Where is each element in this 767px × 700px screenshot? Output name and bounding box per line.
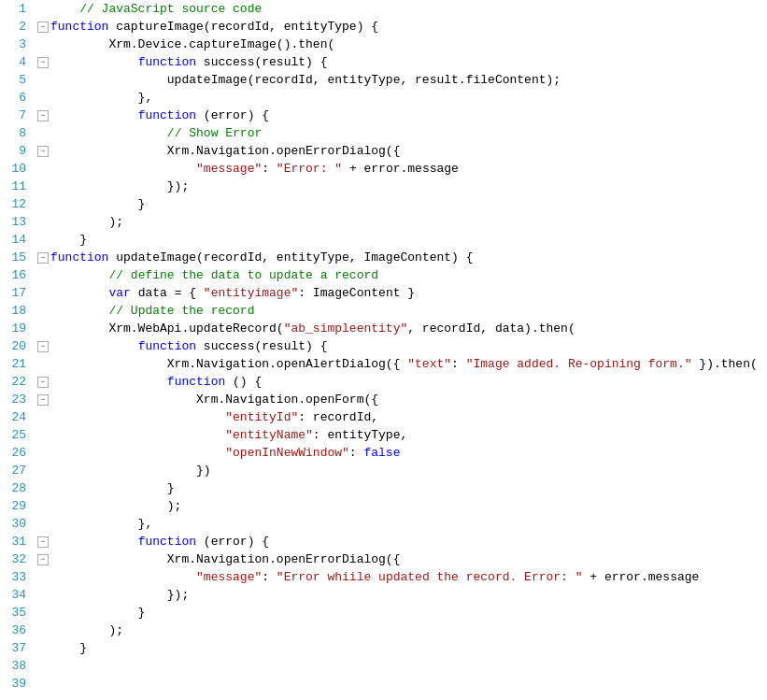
plain-token [50, 55, 138, 69]
plain-token: }); [50, 179, 189, 193]
keyword-token: function [138, 55, 196, 69]
code-line: "message": "Error whiile updated the rec… [37, 568, 767, 586]
code-tokens: ); [50, 213, 767, 231]
code-tokens: // JavaScript source code [50, 0, 767, 18]
code-tokens: function (error) { [50, 533, 767, 550]
plain-token: success(result) { [196, 339, 327, 353]
code-tokens: var data = { "entityimage": ImageContent… [50, 284, 767, 302]
comment-token: // JavaScript source code [50, 2, 262, 16]
code-tokens: }); [50, 586, 767, 604]
plain-token: updateImage(recordId, entityType, ImageC… [108, 250, 473, 264]
code-line: // Show Error [37, 124, 767, 142]
code-line: − function (error) { [37, 533, 767, 550]
plain-token [50, 108, 138, 122]
code-line: var data = { "entityimage": ImageContent… [37, 284, 767, 302]
plain-token [50, 162, 196, 176]
code-tokens: // define the data to update a record [50, 266, 767, 284]
plain-token: + error.message [342, 162, 459, 176]
plain-token: : [262, 570, 277, 584]
code-tokens: Xrm.Navigation.openErrorDialog({ [50, 550, 767, 568]
collapse-button[interactable]: − [37, 21, 49, 33]
collapse-button[interactable]: − [37, 394, 49, 406]
code-tokens: Xrm.Navigation.openAlertDialog({ "text":… [50, 355, 767, 373]
line-number: 11 [7, 178, 26, 195]
code-tokens: Xrm.Device.captureImage().then( [50, 36, 767, 53]
line-number: 27 [7, 462, 26, 479]
code-line: − Xrm.Navigation.openErrorDialog({ [37, 550, 767, 568]
plain-token: () { [225, 375, 262, 389]
string-token: "ab_simpleentity" [284, 321, 408, 336]
line-number: 5 [7, 71, 26, 89]
code-tokens: Xrm.WebApi.updateRecord("ab_simpleentity… [50, 320, 767, 337]
collapse-button[interactable]: − [37, 252, 49, 264]
line-number: 23 [7, 391, 26, 408]
comment-token: // Update the record [108, 304, 254, 318]
plain-token: } [50, 233, 87, 247]
code-editor: 1234567891011121314151617181920212223242… [0, 0, 767, 700]
plain-token [50, 286, 108, 300]
collapse-button[interactable]: − [37, 110, 49, 121]
code-tokens: }); [50, 178, 767, 195]
code-line: − Xrm.Navigation.openForm({ [37, 391, 767, 408]
collapse-button[interactable]: − [37, 536, 49, 548]
line-number: 19 [7, 320, 26, 337]
line-number: 10 [7, 160, 26, 178]
code-tokens: } [50, 195, 767, 213]
keyword-token: function [138, 108, 196, 122]
plain-token [50, 375, 167, 389]
plain-token: , recordId, data).then( [407, 321, 575, 336]
plain-token [50, 428, 225, 442]
code-line: ); [37, 621, 767, 639]
plain-token: } [50, 481, 175, 495]
code-line: "openInNewWindow": false [37, 444, 767, 462]
plain-token: Xrm.WebApi.updateRecord( [50, 321, 284, 336]
line-number: 2 [7, 18, 26, 36]
string-token: "Error whiile updated the record. Error:… [277, 570, 583, 584]
string-token: "text" [407, 357, 451, 371]
plain-token: }, [50, 517, 152, 531]
code-tokens: } [50, 604, 767, 621]
keyword-token: var [108, 286, 130, 300]
plain-token: Xrm.Navigation.openErrorDialog({ [50, 144, 400, 158]
line-number: 17 [7, 284, 26, 302]
collapse-button[interactable]: − [37, 377, 49, 388]
keyword-token: function [167, 375, 225, 389]
line-number: 9 [7, 142, 26, 160]
plain-token [50, 570, 196, 584]
code-line: "entityName": entityType, [37, 426, 767, 444]
line-number: 22 [7, 373, 26, 391]
code-line: "entityId": recordId, [37, 408, 767, 426]
code-line: − function success(result) { [37, 53, 767, 71]
collapse-button[interactable]: − [37, 341, 49, 352]
line-number: 32 [7, 550, 26, 568]
code-line: updateImage(recordId, entityType, result… [37, 71, 767, 89]
plain-token: success(result) { [196, 55, 327, 69]
plain-token [50, 126, 167, 140]
plain-token: : [262, 162, 277, 176]
line-number: 16 [7, 266, 26, 284]
code-line: } [37, 479, 767, 497]
string-token: "Image added. Re-opining form." [466, 357, 692, 371]
plain-token [50, 339, 138, 353]
code-tokens: function () { [50, 373, 767, 391]
line-number: 34 [7, 586, 26, 604]
line-number: 31 [7, 533, 26, 550]
code-line: − function (error) { [37, 107, 767, 124]
code-tokens: function updateImage(recordId, entityTyp… [50, 249, 767, 266]
code-tokens: }, [50, 515, 767, 533]
code-tokens: } [50, 639, 767, 657]
collapse-button[interactable]: − [37, 554, 49, 565]
line-number: 25 [7, 426, 26, 444]
code-line: // define the data to update a record [37, 266, 767, 284]
code-line: }) [37, 462, 767, 479]
code-tokens: Xrm.Navigation.openErrorDialog({ [50, 142, 767, 160]
code-line: Xrm.WebApi.updateRecord("ab_simpleentity… [37, 320, 767, 337]
plain-token [50, 410, 225, 424]
code-line: } [37, 604, 767, 621]
code-tokens: function (error) { [50, 107, 767, 124]
plain-token: }); [50, 588, 189, 602]
collapse-button[interactable]: − [37, 146, 49, 157]
code-line: // JavaScript source code [37, 0, 767, 18]
plain-token: Xrm.Device.captureImage().then( [50, 37, 334, 51]
collapse-button[interactable]: − [37, 57, 49, 68]
